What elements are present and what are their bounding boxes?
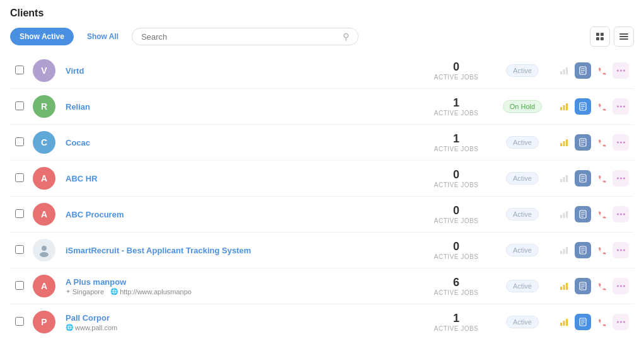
svg-rect-7 [560,71,562,74]
document-icon[interactable] [575,134,591,151]
document-icon[interactable] [575,314,591,330]
jobs-label: ACTIVE JOBS [423,253,489,260]
status-badge: Active [506,136,539,149]
svg-rect-79 [560,323,562,326]
more-icon[interactable] [612,98,629,115]
search-input[interactable] [141,32,339,42]
avatar [33,239,55,261]
action-icons [556,134,629,151]
row-checkbox[interactable] [15,281,24,290]
client-name[interactable]: Pall Corpor [66,313,413,323]
show-active-button[interactable]: Show Active [10,28,74,45]
svg-point-36 [623,142,625,144]
jobs-count: 6 [423,277,489,288]
analytics-icon[interactable] [556,314,572,330]
table-row: R Relian 1 ACTIVE JOBS On Hold [10,89,634,125]
svg-point-78 [623,285,625,287]
actions-cell [551,304,634,340]
document-icon[interactable] [575,98,591,115]
list-view-button[interactable] [614,26,634,47]
svg-point-46 [623,178,625,180]
svg-rect-69 [560,287,562,290]
svg-point-34 [617,142,619,144]
analytics-icon[interactable] [556,206,572,222]
website-meta: 🌐www.pall.com [66,324,117,331]
actions-cell [551,125,634,161]
table-row: A ABC Procurem 0 ACTIVE JOBS Active [10,197,634,233]
more-icon[interactable] [612,62,629,79]
client-name[interactable]: Virtd [66,66,413,76]
status-badge: Active [506,172,539,185]
jobs-count: 1 [423,133,489,144]
website-meta: 🌐http://www.aplusmanpo [110,288,192,296]
phone-icon[interactable] [594,278,610,294]
row-checkbox-cell [10,304,29,340]
analytics-icon[interactable] [556,62,572,79]
phone-icon[interactable] [594,62,610,79]
jobs-cell: 1 ACTIVE JOBS [418,125,494,161]
toolbar-left: Show Active Show All ⚲ [10,28,359,45]
more-icon[interactable] [612,314,629,330]
client-name[interactable]: ABC HR [66,174,413,183]
more-icon[interactable] [612,170,629,187]
document-icon[interactable] [575,206,591,222]
analytics-icon[interactable] [556,170,572,187]
more-icon[interactable] [612,278,629,294]
phone-icon[interactable] [594,206,610,222]
phone-icon[interactable] [594,134,610,151]
jobs-label: ACTIVE JOBS [423,217,489,224]
more-icon[interactable] [612,242,629,258]
svg-rect-28 [563,141,565,146]
client-name[interactable]: Cocac [66,138,413,147]
more-icon[interactable] [612,206,629,222]
phone-icon[interactable] [594,242,610,258]
avatar: R [33,95,55,118]
document-icon[interactable] [575,278,591,294]
row-checkbox[interactable] [15,317,24,326]
client-name[interactable]: iSmartRecruit - Best Applicant Tracking … [66,246,413,255]
client-name[interactable]: ABC Procurem [66,210,413,219]
svg-rect-71 [566,283,568,290]
phone-icon[interactable] [594,170,610,187]
jobs-label: ACTIVE JOBS [423,325,489,332]
analytics-icon[interactable] [556,278,572,294]
svg-rect-8 [563,69,565,74]
row-checkbox[interactable] [15,101,24,110]
svg-rect-38 [563,177,565,182]
document-icon[interactable] [575,242,591,258]
row-checkbox-cell [10,268,29,304]
row-checkbox-cell [10,161,29,197]
svg-point-66 [617,250,619,251]
jobs-label: ACTIVE JOBS [423,289,489,296]
svg-rect-6 [619,38,628,40]
svg-point-44 [617,178,619,180]
show-all-button[interactable]: Show All [78,28,128,45]
document-icon[interactable] [575,170,591,187]
analytics-icon[interactable] [556,242,572,258]
grid-view-button[interactable] [590,26,610,47]
svg-point-24 [617,106,619,108]
analytics-icon[interactable] [556,98,572,115]
row-checkbox[interactable] [15,66,24,74]
svg-point-54 [617,214,619,215]
phone-icon[interactable] [594,98,610,115]
status-cell: Active [494,125,551,161]
status-cell: Active [494,268,551,304]
analytics-icon[interactable] [556,134,572,151]
more-icon[interactable] [612,134,629,151]
location-meta: ✦Singapore [66,288,104,296]
row-checkbox[interactable] [15,209,24,218]
client-name[interactable]: Relian [66,102,413,112]
row-checkbox[interactable] [15,245,24,254]
document-icon[interactable] [575,62,591,79]
avatar-cell: A [29,268,60,304]
toolbar-right [590,26,634,47]
phone-icon[interactable] [594,314,610,330]
row-checkbox[interactable] [15,173,24,182]
table-row: A A Plus manpow ✦Singapore🌐http://www.ap… [10,268,634,304]
client-name[interactable]: A Plus manpow [66,277,413,287]
actions-cell [551,161,634,197]
status-cell: Active [494,197,551,233]
avatar: A [33,203,55,226]
row-checkbox[interactable] [15,137,24,146]
